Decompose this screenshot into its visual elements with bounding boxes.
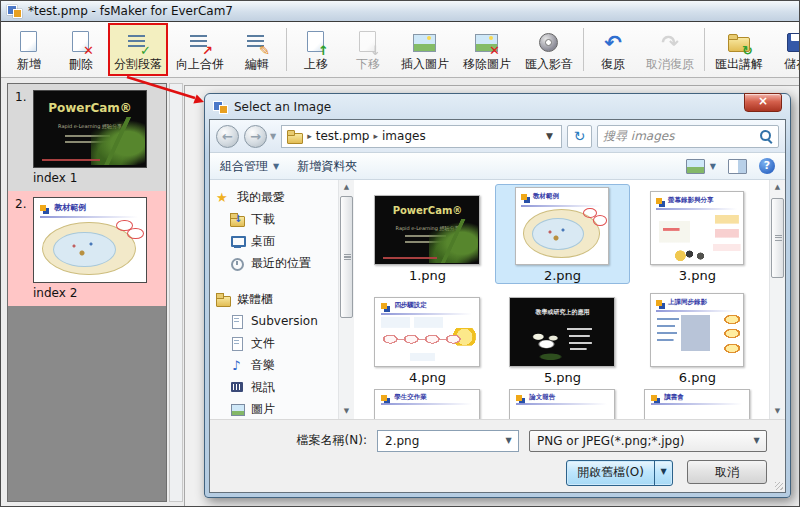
toolbar-button-redo[interactable]: ↷取消復原 — [640, 23, 700, 76]
toolbar-button-new[interactable]: 新增 — [4, 23, 54, 76]
nav-item-documents[interactable]: 文件 — [216, 332, 338, 354]
nav-item-subversion[interactable]: Subversion — [216, 310, 338, 332]
sidebar-scrollbar: ▲ ▼ — [338, 180, 354, 419]
slide-label: index 1 — [33, 171, 166, 186]
import-media-icon — [536, 29, 562, 56]
search-placeholder: 搜尋 images — [603, 128, 674, 145]
toolbar-button-merge-up[interactable]: ↗向上合併 — [170, 23, 230, 76]
insert-image-icon — [412, 29, 438, 56]
preview-pane-button[interactable] — [728, 159, 747, 174]
cancel-button[interactable]: 取消 — [687, 460, 767, 484]
toolbar-button-export-lecture[interactable]: ↻匯出講解 — [709, 23, 769, 76]
nav-group-favorites[interactable]: 我的最愛 — [216, 186, 338, 208]
scroll-thumb[interactable] — [340, 196, 353, 318]
filetype-value: PNG or JPEG(*.png;*.jpg) — [537, 434, 749, 448]
help-button[interactable]: ? — [759, 158, 775, 174]
filename-label: 檔案名稱(N): — [297, 432, 367, 449]
refresh-button[interactable]: ↻ — [567, 125, 592, 148]
file-item[interactable]: 上課同步錄影 6.png — [630, 286, 765, 386]
file-list-scrollbar: ▲ ▼ — [769, 180, 785, 419]
toolbar-button-move-up[interactable]: ↑上移 — [291, 23, 341, 76]
chevron-down-icon: ▼ — [273, 162, 279, 171]
file-thumbnail: 學生交作業 — [374, 389, 480, 419]
undo-icon: ↶ — [600, 29, 626, 56]
nav-item-pictures[interactable]: 圖片 — [216, 398, 338, 419]
file-item-partial[interactable]: 論文報告 — [495, 388, 630, 419]
scroll-down-button[interactable]: ▼ — [339, 404, 354, 419]
desktop-icon — [230, 234, 245, 249]
scroll-down-button[interactable]: ▼ — [770, 404, 785, 419]
toolbar-button-import-media[interactable]: 匯入影音 — [519, 23, 579, 76]
file-thumbnail: 論文報告 — [509, 389, 615, 419]
remove-image-icon: ✕ — [474, 29, 500, 56]
forward-button[interactable]: → — [244, 125, 267, 148]
toolbar-button-move-down[interactable]: ↓下移 — [343, 23, 393, 76]
organize-button[interactable]: 組合管理▼ — [220, 158, 279, 175]
open-button[interactable]: 開啟舊檔(O) ▼ — [566, 460, 673, 486]
file-item-partial[interactable]: 讀書會 — [630, 388, 765, 419]
toolbar-button-edit[interactable]: ✎編輯 — [232, 23, 282, 76]
scroll-up-button[interactable]: ▲ — [770, 180, 785, 195]
back-button[interactable]: ← — [216, 125, 239, 148]
search-input[interactable]: 搜尋 images — [597, 125, 779, 148]
main-titlebar: *test.pmp - fsMaker for EverCam7 — [1, 1, 799, 22]
merge-up-icon: ↗ — [187, 29, 213, 56]
filename-combobox[interactable]: 2.png ▼ — [377, 430, 519, 452]
breadcrumb-item-subfolder[interactable]: images — [382, 129, 426, 143]
nav-item-recent-places[interactable]: 最近的位置 — [216, 252, 338, 274]
nav-item-downloads[interactable]: ↓下載 — [216, 208, 338, 230]
toolbar-button-insert-image[interactable]: 插入圖片 — [395, 23, 455, 76]
new-folder-button[interactable]: 新增資料夾 — [297, 158, 357, 175]
file-item[interactable]: 四步驟設定 4.png — [360, 286, 495, 386]
slide-art-powercam: PowerCam® Rapid e-Learning 經驗分享 — [34, 91, 146, 167]
split-paragraph-icon: ✓ — [125, 29, 151, 56]
file-item[interactable]: 螢幕錄影與分享 3.png — [630, 184, 765, 284]
back-icon: ← — [222, 129, 233, 144]
slide-panel-empty-area — [8, 306, 166, 501]
breadcrumb[interactable]: ▸ test.pmp ▸ images ▼ — [281, 125, 562, 148]
scroll-up-button[interactable]: ▲ — [339, 180, 354, 195]
breadcrumb-dropdown[interactable]: ▼ — [543, 131, 556, 141]
scroll-thumb[interactable] — [771, 198, 784, 278]
toolbar-separator — [583, 28, 584, 71]
slide-item-1[interactable]: 1. PowerCam® Rapid e-Learning 經驗分享 index… — [8, 84, 166, 191]
toolbar-button-remove-image[interactable]: ✕移除圖片 — [457, 23, 517, 76]
dialog-command-bar: 組合管理▼ 新增資料夾 ▼ ? — [210, 153, 785, 180]
toolbar-button-delete[interactable]: ✕刪除 — [56, 23, 106, 76]
filetype-combobox[interactable]: PNG or JPEG(*.png;*.jpg) ▼ — [529, 430, 767, 452]
delete-icon: ✕ — [68, 29, 94, 56]
toolbar-button-split-paragraph[interactable]: ✓分割段落 — [108, 23, 168, 76]
toolbar-separator — [704, 28, 705, 71]
slide-panel-scrollbar[interactable] — [169, 83, 183, 502]
recent-pages-dropdown[interactable]: ▼ — [270, 132, 276, 141]
views-button[interactable]: ▼ — [686, 159, 716, 174]
nav-item-desktop[interactable]: 桌面 — [216, 230, 338, 252]
breadcrumb-item-folder[interactable]: test.pmp — [316, 129, 370, 143]
file-thumbnail: 教學或研究上的應用 — [509, 297, 615, 367]
navigation-pane: 我的最愛 ↓下載 桌面 最近的位置 媒體櫃 Subversion 文件 音樂 視… — [210, 180, 338, 419]
close-button[interactable]: × — [744, 93, 782, 112]
help-icon: ? — [764, 159, 770, 172]
file-item-partial[interactable]: 學生交作業 — [360, 388, 495, 419]
nav-item-videos[interactable]: 視訊 — [216, 376, 338, 398]
file-grid: PowerCam® Rapid e-Learning 經驗分享 1.png 教材… — [354, 180, 769, 419]
slide-number: 1. — [15, 90, 26, 104]
file-item-selected[interactable]: 教材範例 2.png — [495, 184, 630, 284]
dialog-footer: 檔案名稱(N): 2.png ▼ PNG or JPEG(*.png;*.jpg… — [210, 419, 785, 492]
nav-item-music[interactable]: 音樂 — [216, 354, 338, 376]
clock-icon — [230, 256, 245, 271]
breadcrumb-separator: ▸ — [307, 131, 312, 141]
fern-decoration — [91, 117, 145, 166]
toolbar-button-undo[interactable]: ↶復原 — [588, 23, 638, 76]
file-item[interactable]: 教學或研究上的應用 5.png — [495, 286, 630, 386]
file-name: 3.png — [679, 268, 716, 283]
resize-grip[interactable] — [775, 482, 783, 490]
nav-group-libraries[interactable]: 媒體櫃 — [216, 288, 338, 310]
slide-list-panel: 1. PowerCam® Rapid e-Learning 經驗分享 index… — [7, 83, 167, 502]
file-item[interactable]: PowerCam® Rapid e-Learning 經驗分享 1.png — [360, 184, 495, 284]
toolbar-button-save[interactable]: 儲存 — [771, 23, 800, 76]
chevron-down-icon[interactable]: ▼ — [749, 436, 764, 445]
chevron-down-icon[interactable]: ▼ — [501, 436, 516, 445]
slide-item-2-selected[interactable]: 2. 教材範例 index 2 — [8, 191, 166, 306]
open-split-arrow[interactable]: ▼ — [654, 461, 672, 485]
